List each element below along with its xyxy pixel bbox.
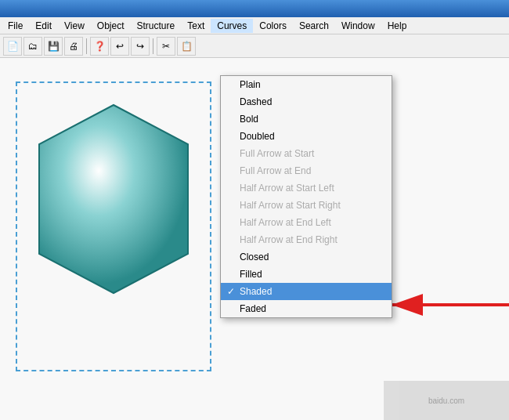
redo-button[interactable]: ↪: [131, 37, 150, 56]
menu-bar: FileEditViewObjectStructureTextCurvesCol…: [0, 17, 509, 34]
dropdown-item-label: Half Arrow at End Right: [240, 234, 338, 245]
undo-button[interactable]: ↩: [110, 37, 129, 56]
svg-marker-0: [39, 105, 188, 293]
dropdown-item-half-arrow-at-end-left: Half Arrow at End Left: [221, 214, 392, 231]
menu-item-object[interactable]: Object: [91, 19, 131, 33]
title-bar: [0, 0, 509, 17]
menu-item-help[interactable]: Help: [381, 19, 413, 33]
menu-item-edit[interactable]: Edit: [29, 19, 58, 33]
dropdown-item-label: Filled: [240, 269, 262, 280]
dropdown-item-label: Doubled: [240, 131, 275, 142]
dropdown-item-label: Full Arrow at Start: [240, 148, 314, 159]
separator-1: [86, 38, 87, 54]
menu-item-colors[interactable]: Colors: [253, 19, 293, 33]
dropdown-item-plain[interactable]: Plain: [221, 76, 392, 93]
menu-item-search[interactable]: Search: [293, 19, 335, 33]
dropdown-item-label: Shaded: [240, 286, 272, 297]
open-button[interactable]: 🗂: [23, 37, 42, 56]
dropdown-item-dashed[interactable]: Dashed: [221, 93, 392, 110]
copy-button[interactable]: 📋: [177, 37, 196, 56]
arrow-svg: [384, 293, 509, 317]
dropdown-item-full-arrow-at-end: Full Arrow at End: [221, 162, 392, 179]
dropdown-item-label: Closed: [240, 252, 269, 262]
dropdown-item-full-arrow-at-start: Full Arrow at Start: [221, 145, 392, 162]
main-area: PlainDashedBoldDoubledFull Arrow at Star…: [0, 58, 509, 420]
dropdown-item-half-arrow-at-start-right: Half Arrow at Start Right: [221, 197, 392, 214]
dropdown-item-label: Half Arrow at Start Left: [240, 183, 334, 194]
dropdown-item-half-arrow-at-start-left: Half Arrow at Start Left: [221, 179, 392, 197]
dropdown-item-bold[interactable]: Bold: [221, 110, 392, 128]
dropdown-item-filled[interactable]: Filled: [221, 266, 392, 283]
dropdown-item-doubled[interactable]: Doubled: [221, 128, 392, 145]
save-button[interactable]: 💾: [44, 37, 63, 56]
dropdown-item-label: Half Arrow at End Left: [240, 217, 331, 228]
dropdown-item-label: Half Arrow at Start Right: [240, 200, 341, 211]
separator-2: [153, 38, 153, 54]
dropdown-item-label: Plain: [240, 79, 261, 90]
menu-item-view[interactable]: View: [58, 19, 91, 33]
toolbar: 📄 🗂 💾 🖨 ❓ ↩ ↪ ✂ 📋: [0, 34, 509, 58]
dropdown-item-half-arrow-at-end-right: Half Arrow at End Right: [221, 231, 392, 248]
dropdown-item-label: Bold: [240, 114, 258, 125]
watermark: baidu.com: [384, 381, 509, 420]
dropdown-item-label: Dashed: [240, 96, 272, 107]
cut-button[interactable]: ✂: [157, 37, 175, 56]
checkmark-icon: ✓: [227, 286, 235, 297]
dropdown-item-label: Full Arrow at End: [240, 165, 311, 176]
dropdown-item-shaded[interactable]: ✓Shaded: [221, 283, 392, 300]
print-button[interactable]: 🖨: [64, 37, 83, 56]
menu-item-structure[interactable]: Structure: [131, 19, 182, 33]
menu-item-window[interactable]: Window: [335, 19, 381, 33]
menu-item-curves[interactable]: Curves: [211, 19, 253, 33]
curves-dropdown-menu: PlainDashedBoldDoubledFull Arrow at Star…: [220, 75, 392, 318]
watermark-text: baidu.com: [428, 396, 464, 405]
help-button[interactable]: ❓: [90, 37, 109, 56]
dropdown-item-closed[interactable]: Closed: [221, 248, 392, 266]
hexagon-svg: [20, 97, 208, 340]
new-button[interactable]: 📄: [3, 37, 22, 56]
menu-item-text[interactable]: Text: [181, 19, 211, 33]
dropdown-item-label: Faded: [240, 303, 266, 314]
dropdown-item-faded[interactable]: Faded: [221, 300, 392, 317]
menu-item-file[interactable]: File: [2, 19, 29, 33]
